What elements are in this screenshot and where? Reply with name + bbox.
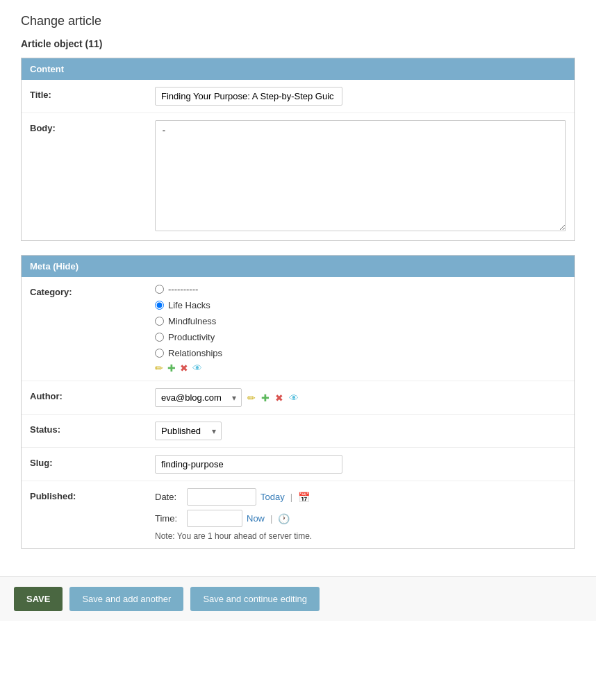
footer-bar: SAVE Save and add another Save and conti… bbox=[0, 576, 596, 621]
category-label-productivity: Productivity bbox=[168, 332, 215, 342]
category-label-lifehacks: Life Hacks bbox=[168, 300, 210, 310]
slug-label: Slug: bbox=[30, 455, 155, 468]
body-field-wrapper: - bbox=[155, 120, 566, 233]
today-link[interactable]: Today bbox=[260, 492, 285, 502]
author-field-wrapper: eva@blog.com ▾ ✏ ✚ ✖ 👁 bbox=[155, 388, 566, 407]
content-module-header[interactable]: Content bbox=[22, 58, 574, 80]
pipe-2: | bbox=[270, 513, 272, 524]
category-actions: ✏ ✚ ✖ 👁 bbox=[155, 362, 566, 374]
slug-field-wrapper bbox=[155, 455, 566, 474]
category-radio-relationships[interactable] bbox=[155, 349, 164, 358]
status-select-wrapper: Draft Published ▾ bbox=[155, 422, 222, 440]
published-field-wrapper: Date: Today | 📅 Time: Now | 🕐 Note: You … bbox=[155, 488, 566, 541]
category-field-wrapper: ---------- Life Hacks Mindfulness P bbox=[155, 284, 566, 374]
meta-module-header[interactable]: Meta (Hide) bbox=[22, 256, 574, 277]
category-label: Category: bbox=[30, 284, 155, 297]
date-input[interactable] bbox=[187, 488, 256, 506]
calendar-icon[interactable]: 📅 bbox=[298, 492, 310, 503]
author-view-icon[interactable]: 👁 bbox=[289, 392, 299, 403]
time-input[interactable] bbox=[187, 510, 242, 527]
category-edit-icon[interactable]: ✏ bbox=[155, 362, 163, 374]
author-edit-icon[interactable]: ✏ bbox=[247, 392, 256, 403]
category-delete-icon[interactable]: ✖ bbox=[180, 362, 188, 374]
category-option-mindfulness: Mindfulness bbox=[155, 316, 566, 326]
category-radio-none[interactable] bbox=[155, 285, 164, 294]
author-row: Author: eva@blog.com ▾ ✏ ✚ ✖ 👁 bbox=[22, 381, 574, 415]
slug-input[interactable] bbox=[155, 455, 342, 474]
author-select[interactable]: eva@blog.com bbox=[155, 388, 242, 407]
category-radio-mindfulness[interactable] bbox=[155, 317, 164, 326]
body-row: Body: - bbox=[22, 113, 574, 240]
save-continue-button[interactable]: Save and continue editing bbox=[190, 587, 320, 611]
object-label: Article object (11) bbox=[21, 38, 575, 49]
pipe-1: | bbox=[290, 492, 292, 502]
now-link[interactable]: Now bbox=[247, 513, 265, 524]
time-label: Time: bbox=[155, 513, 183, 524]
category-radio-lifehacks[interactable] bbox=[155, 301, 164, 310]
author-label: Author: bbox=[30, 388, 155, 401]
category-option-none: ---------- bbox=[155, 284, 566, 294]
category-option-relationships: Relationships bbox=[155, 348, 566, 358]
category-option-productivity: Productivity bbox=[155, 332, 566, 342]
published-row: Published: Date: Today | 📅 Time: Now | bbox=[22, 481, 574, 548]
save-add-another-button[interactable]: Save and add another bbox=[69, 587, 183, 611]
author-delete-icon[interactable]: ✖ bbox=[275, 392, 283, 403]
title-field-wrapper bbox=[155, 87, 566, 106]
title-label: Title: bbox=[30, 87, 155, 100]
category-label-relationships: Relationships bbox=[168, 348, 222, 358]
meta-module: Meta (Hide) Category: ---------- Life Ha… bbox=[21, 255, 575, 549]
timezone-note: Note: You are 1 hour ahead of server tim… bbox=[155, 531, 566, 541]
category-label-mindfulness: Mindfulness bbox=[168, 316, 216, 326]
status-field-wrapper: Draft Published ▾ bbox=[155, 422, 566, 440]
published-label: Published: bbox=[30, 488, 155, 501]
page-title: Change article bbox=[21, 14, 575, 28]
date-label: Date: bbox=[155, 492, 183, 502]
slug-row: Slug: bbox=[22, 448, 574, 481]
category-radio-productivity[interactable] bbox=[155, 333, 164, 342]
body-textarea[interactable]: - bbox=[155, 120, 566, 231]
author-add-icon[interactable]: ✚ bbox=[261, 392, 270, 403]
status-label: Status: bbox=[30, 422, 155, 435]
status-row: Status: Draft Published ▾ bbox=[22, 415, 574, 448]
title-input[interactable] bbox=[155, 87, 342, 106]
category-row: Category: ---------- Life Hacks bbox=[22, 277, 574, 381]
category-view-icon[interactable]: 👁 bbox=[192, 362, 202, 374]
category-add-icon[interactable]: ✚ bbox=[167, 362, 176, 374]
date-row-inner: Date: Today | 📅 bbox=[155, 488, 566, 506]
category-option-lifehacks: Life Hacks bbox=[155, 300, 566, 310]
author-select-wrapper: eva@blog.com ▾ bbox=[155, 388, 242, 407]
title-row: Title: bbox=[22, 80, 574, 113]
category-label-none: ---------- bbox=[168, 284, 198, 294]
status-select[interactable]: Draft Published bbox=[155, 422, 222, 440]
content-module: Content Title: Body: - bbox=[21, 58, 575, 241]
category-radio-group: ---------- Life Hacks Mindfulness P bbox=[155, 284, 566, 358]
author-controls: eva@blog.com ▾ ✏ ✚ ✖ 👁 bbox=[155, 388, 566, 407]
body-label: Body: bbox=[30, 120, 155, 133]
time-row-inner: Time: Now | 🕐 bbox=[155, 510, 566, 527]
clock-icon[interactable]: 🕐 bbox=[278, 513, 290, 524]
save-button[interactable]: SAVE bbox=[14, 587, 63, 611]
